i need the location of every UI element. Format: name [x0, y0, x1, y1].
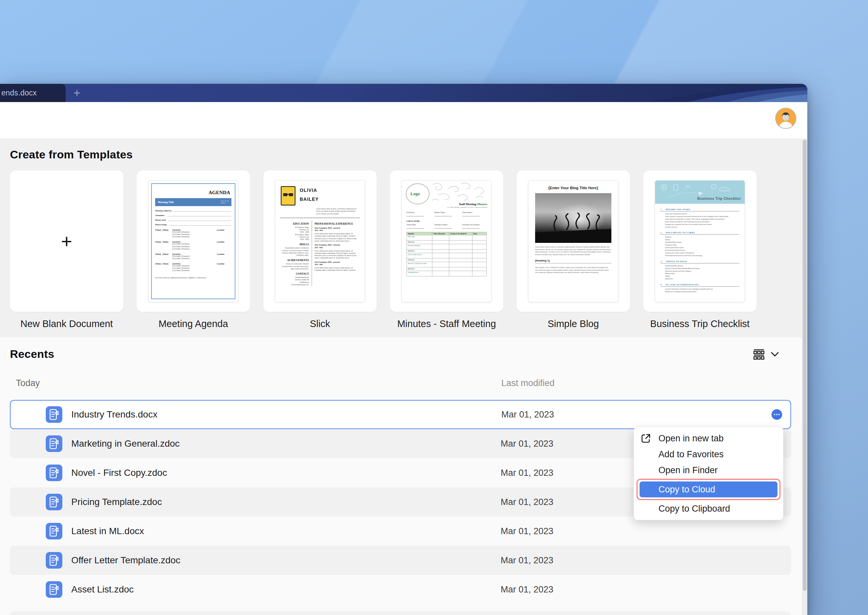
resume-badge-icon	[280, 186, 296, 206]
agenda-field-label: Please read:	[155, 219, 166, 221]
file-modified-date: Mar 01, 2023	[500, 585, 554, 595]
template-thumbnail: AGENDA Meeting Title Nov. 23, 16 [Time] …	[148, 180, 238, 302]
file-name: Pricing Template.zdoc	[71, 497, 162, 507]
scrollbar-thumb[interactable]	[803, 139, 807, 591]
checklist-header: Business Trip Checklist	[655, 181, 744, 204]
dot-icon	[779, 414, 780, 415]
avatar-photo-icon	[776, 108, 796, 128]
menu-item-add-to-favorites[interactable]: Add to Favorites	[634, 446, 783, 462]
recents-heading: Recents	[10, 347, 55, 361]
context-menu: Open in new tab Add to Favorites Open in…	[633, 427, 784, 520]
document-icon	[46, 406, 63, 423]
template-thumbnail: Logo Staff Meeting Minutes 3:17 AM | Thu…	[402, 180, 492, 302]
file-row-latest-in-ml[interactable]: Latest in ML.docx Mar 01, 2023	[10, 517, 791, 546]
file-name: Novel - First Copy.zdoc	[71, 468, 167, 478]
file-name: Marketing in General.zdoc	[71, 439, 180, 449]
view-mode-button[interactable]	[752, 348, 779, 360]
file-name: Asset List.zdoc	[71, 584, 134, 595]
menu-item-copy-to-clipboard[interactable]: Copy to Clipboard	[634, 501, 783, 517]
document-icon	[46, 435, 63, 452]
agenda-bar-title: Meeting Title	[158, 200, 174, 204]
file-modified-date: Mar 01, 2023	[500, 526, 554, 537]
file-modified-date: Mar 01, 2023	[500, 555, 554, 566]
agenda-field-label: Please bring:	[155, 223, 167, 226]
external-link-icon	[641, 433, 651, 443]
agenda-title: AGENDA	[156, 190, 230, 195]
menu-item-copy-to-cloud[interactable]: Copy to Cloud	[640, 481, 777, 497]
file-modified-date: Mar 01, 2023	[500, 497, 554, 507]
tab-bar: ends.docx +	[0, 84, 807, 102]
dot-icon	[776, 414, 777, 415]
template-label: Minutes - Staff Meeting	[390, 318, 503, 329]
plus-icon: +	[10, 170, 124, 312]
document-icon	[46, 465, 63, 481]
template-label: Meeting Agenda	[137, 318, 250, 329]
tabbar-decoration	[549, 84, 807, 102]
template-card-meeting-agenda[interactable]: AGENDA Meeting Title Nov. 23, 16 [Time] …	[137, 170, 250, 312]
app-window: ends.docx + Create from Templates	[0, 84, 807, 615]
template-label: Business Trip Checklist	[643, 318, 757, 329]
document-icon	[46, 552, 63, 569]
template-card-minutes-staff-meeting[interactable]: Logo Staff Meeting Minutes 3:17 AM | Thu…	[390, 170, 503, 312]
user-avatar[interactable]	[775, 108, 796, 129]
document-icon	[46, 523, 63, 539]
tab-title: ends.docx	[2, 89, 37, 97]
file-row-industry-trends[interactable]: Industry Trends.docx Mar 01, 2023	[10, 400, 791, 429]
group-label-today: Today	[16, 378, 40, 388]
template-thumbnail: Business Trip Checklist 1BEFORE YOU STAR…	[655, 180, 745, 302]
file-row-partial[interactable]	[10, 611, 791, 615]
agenda-field-label: Meeting called by:	[155, 209, 172, 212]
file-name: Latest in ML.docx	[71, 526, 144, 537]
template-label: New Blank Document	[10, 318, 124, 329]
templates-section: Create from Templates + New Blank Docume…	[0, 139, 807, 337]
grid-view-icon	[752, 348, 765, 360]
template-card-business-trip-checklist[interactable]: Business Trip Checklist 1BEFORE YOU STAR…	[643, 170, 757, 312]
file-row-asset-list[interactable]: Asset List.zdoc Mar 01, 2023	[10, 575, 791, 604]
template-thumbnail: OLIVIA BAILEY Lorem ipsum dolor sit amet…	[275, 180, 365, 302]
template-card-simple-blog[interactable]: [Enter Your Blog Title Here]	[516, 170, 630, 312]
document-icon	[46, 494, 63, 510]
content-area: Create from Templates + New Blank Docume…	[0, 139, 807, 615]
annotation-highlight: Copy to Cloud	[637, 479, 780, 500]
tab-industry-trends[interactable]: ends.docx	[0, 84, 66, 102]
document-icon	[46, 581, 63, 598]
plus-icon: +	[73, 86, 80, 100]
file-name: Offer Letter Template.zdoc	[71, 555, 180, 566]
agenda-field-label: Attendees:	[155, 214, 165, 216]
file-row-offer-letter-template[interactable]: Offer Letter Template.zdoc Mar 01, 2023	[10, 546, 791, 575]
window-header	[0, 102, 807, 139]
template-cards: + New Blank Document AGENDA Meeting Titl…	[10, 170, 798, 329]
template-card-new-blank-document[interactable]: +	[10, 170, 124, 312]
chevron-down-icon	[771, 351, 779, 357]
new-tab-button[interactable]: +	[66, 84, 88, 102]
file-modified-date: Mar 01, 2023	[500, 439, 554, 449]
file-name: Industry Trends.docx	[71, 409, 158, 420]
menu-item-open-in-finder[interactable]: Open in Finder	[634, 462, 783, 478]
dot-icon	[774, 414, 775, 415]
template-label: Simple Blog	[516, 318, 630, 329]
menu-item-open-in-new-tab[interactable]: Open in new tab	[634, 431, 783, 446]
template-label: Slick	[263, 318, 377, 329]
row-actions-button[interactable]	[771, 409, 782, 420]
file-modified-date: Mar 01, 2023	[500, 468, 554, 478]
templates-heading: Create from Templates	[10, 148, 798, 161]
template-card-slick[interactable]: OLIVIA BAILEY Lorem ipsum dolor sit amet…	[263, 170, 377, 312]
column-last-modified: Last modified	[501, 378, 555, 389]
agenda-bar-date: Nov. 23, 16 [Time]	[221, 200, 229, 204]
minutes-table: Agenda Time allocated Action to be taken…	[407, 232, 487, 276]
file-modified-date: Mar 01, 2023	[501, 410, 554, 420]
template-thumbnail: [Enter Your Blog Title Here]	[528, 180, 618, 302]
blog-photo	[535, 193, 612, 243]
